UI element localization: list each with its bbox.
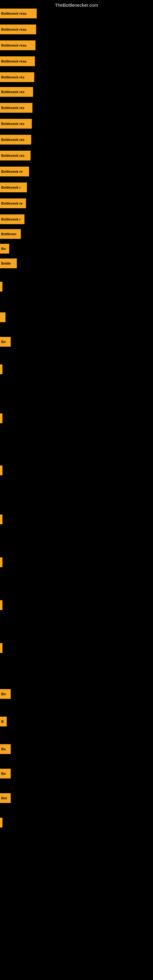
bottleneck-bar-17 <box>0 282 2 291</box>
bottleneck-bar-28: B <box>0 717 7 726</box>
bottleneck-bar-label-2: Bottleneck resu <box>1 43 27 47</box>
bottleneck-bar-16: Bottle <box>0 258 17 268</box>
bottleneck-bar-label-16: Bottle <box>1 261 11 265</box>
bottleneck-bar-label-31: Bot <box>1 796 7 800</box>
bottleneck-bar-1: Bottleneck resu <box>0 24 36 34</box>
bottleneck-bar-8: Bottleneck res <box>0 135 31 145</box>
bottleneck-bar-26 <box>0 643 2 653</box>
bottleneck-bar-7: Bottleneck res <box>0 119 32 129</box>
bottleneck-bar-12: Bottleneck re <box>0 199 26 208</box>
bottleneck-bar-10: Bottleneck re <box>0 167 29 177</box>
bottleneck-bar-label-12: Bottleneck re <box>1 202 22 205</box>
bottleneck-bar-label-7: Bottleneck res <box>1 122 24 126</box>
bottleneck-bar-label-29: Bo <box>1 747 6 751</box>
bottleneck-bar-25 <box>0 600 2 610</box>
bottleneck-bar-18 <box>0 312 5 322</box>
bottleneck-bar-32 <box>0 818 2 827</box>
bottleneck-bar-label-15: Bo <box>1 247 6 250</box>
bottleneck-bar-label-3: Bottleneck resu <box>1 59 27 63</box>
bottleneck-bar-31: Bot <box>0 793 11 803</box>
bottleneck-bar-29: Bo <box>0 744 11 754</box>
bottleneck-bar-21 <box>0 414 2 423</box>
bottleneck-bar-label-30: Bo <box>1 772 6 775</box>
bottleneck-bar-6: Bottleneck res <box>0 103 32 113</box>
bottleneck-bar-3: Bottleneck resu <box>0 56 35 66</box>
bottleneck-bar-label-13: Bottleneck r <box>1 218 21 221</box>
bottleneck-bar-4: Bottleneck res <box>0 72 34 82</box>
bottleneck-bar-label-5: Bottleneck res <box>1 90 24 94</box>
bottleneck-bar-19: Bo <box>0 337 11 347</box>
bottleneck-bar-22 <box>0 466 2 475</box>
bottleneck-bar-label-6: Bottleneck res <box>1 106 24 110</box>
bottleneck-bar-9: Bottleneck res <box>0 151 30 161</box>
bottleneck-bar-label-1: Bottleneck resu <box>1 27 27 31</box>
bottleneck-bar-11: Bottleneck r <box>0 183 27 192</box>
bottleneck-bar-label-11: Bottleneck r <box>1 186 21 189</box>
bottleneck-bar-20 <box>0 364 2 374</box>
bottleneck-bar-5: Bottleneck res <box>0 87 33 97</box>
bottleneck-bar-13: Bottleneck r <box>0 215 24 224</box>
bottleneck-bar-label-8: Bottleneck res <box>1 138 24 142</box>
bottleneck-bar-0: Bottleneck resu <box>0 9 37 18</box>
bottleneck-bar-2: Bottleneck resu <box>0 40 35 50</box>
site-title: TheBottlenecker.com <box>55 2 98 8</box>
bottleneck-bar-14: Bottlenec <box>0 229 21 239</box>
bottleneck-bar-label-9: Bottleneck res <box>1 154 24 158</box>
bottleneck-bar-23 <box>0 514 2 524</box>
bottleneck-bar-27: Bo <box>0 689 11 699</box>
bottleneck-bar-label-28: B <box>1 720 4 723</box>
bottleneck-bar-label-14: Bottlenec <box>1 232 16 236</box>
bottleneck-bar-24 <box>0 557 2 567</box>
bottleneck-bar-label-0: Bottleneck resu <box>1 12 27 15</box>
bottleneck-bar-label-4: Bottleneck res <box>1 75 24 79</box>
bottleneck-bar-15: Bo <box>0 244 9 254</box>
bottleneck-bar-label-19: Bo <box>1 340 6 344</box>
bottleneck-bar-label-10: Bottleneck re <box>1 170 22 173</box>
bottleneck-bar-30: Bo <box>0 769 11 778</box>
bottleneck-bar-label-27: Bo <box>1 692 6 696</box>
